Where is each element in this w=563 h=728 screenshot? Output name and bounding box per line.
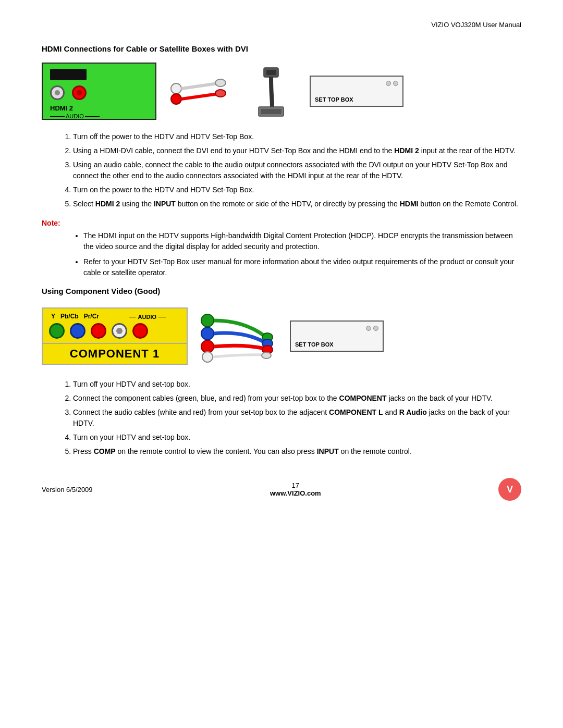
comp-jack-red2 (132, 323, 148, 339)
footer-version: Version 6/5/2009 (42, 486, 93, 493)
component-top: Y Pb/Cb Pr/Cr AUDIO (43, 309, 187, 343)
comp-label-pr: Pr/Cr (84, 313, 99, 320)
component-diagram: Y Pb/Cb Pr/Cr AUDIO C (42, 305, 521, 367)
hdmi-step-3: Using an audio cable, connect the cable … (73, 159, 521, 181)
comp-jack-white (112, 323, 127, 339)
comp-step-3: Connect the audio cables (white and red)… (73, 407, 521, 429)
svg-point-2 (215, 79, 226, 87)
note-list: The HDMI input on the HDTV supports High… (83, 230, 521, 278)
hdmi-slot (50, 69, 87, 80)
svg-point-17 (262, 352, 271, 359)
set-top-box-1: SET TOP BOX (310, 76, 403, 107)
footer-website: www.VIZIO.com (270, 489, 321, 497)
comp-jacks (49, 323, 180, 339)
component-instructions: Turn off your HDTV and set-top box. Conn… (42, 379, 521, 457)
svg-point-5 (215, 90, 226, 97)
svg-point-12 (201, 327, 214, 340)
stb-label-2: SET TOP BOX (295, 341, 378, 348)
svg-line-1 (181, 83, 218, 89)
svg-point-14 (201, 340, 214, 353)
hdmi-step-2: Using a HDMI-DVI cable, connect the DVI … (73, 145, 521, 156)
hdmi-instructions: Turn off the power to the HDTV and HDTV … (42, 131, 521, 209)
comp-label-pb: Pb/Cb (60, 313, 79, 320)
stb-buttons (386, 81, 398, 86)
page-number: 17 (270, 482, 321, 489)
hdmi-step-5: Select HDMI 2 using the INPUT button on … (73, 199, 521, 209)
dvi-cable (243, 65, 300, 117)
component-steps: Turn off your HDTV and set-top box. Conn… (73, 379, 521, 457)
stb-buttons-2 (366, 326, 378, 331)
section1-title: HDMI Connections for Cable or Satellite … (42, 44, 521, 53)
stb-btn-2 (393, 81, 398, 86)
hdmi-label: HDMI 2 (50, 104, 148, 112)
jack-red (72, 85, 87, 100)
rca-cables (166, 65, 234, 117)
note-item-2: Refer to your HDTV Set-Top Box user manu… (83, 256, 521, 278)
hdmi-step-4: Turn on the power to the HDTV and HDTV S… (73, 184, 521, 195)
component-cables (197, 305, 280, 367)
hdmi-diagram: HDMI 2 AUDIO (42, 63, 521, 120)
svg-rect-7 (266, 70, 276, 75)
comp-labels: Y Pb/Cb Pr/Cr AUDIO (49, 313, 180, 320)
comp-step-2: Connect the component cables (green, blu… (73, 393, 521, 404)
vizio-logo: V (498, 478, 521, 501)
note-item-1: The HDMI input on the HDTV supports High… (83, 230, 521, 252)
jack-white (50, 85, 65, 100)
component-label: COMPONENT 1 (43, 343, 187, 364)
set-top-box-2: SET TOP BOX (290, 320, 384, 352)
hdmi-jacks (50, 85, 148, 100)
stb-btn-3 (366, 326, 371, 331)
page-header: VIZIO VOJ320M User Manual (42, 21, 521, 29)
comp-jack-blue (70, 323, 85, 339)
audio-label: AUDIO (50, 113, 148, 119)
section2-title: Using Component Video (Good) (42, 287, 521, 295)
stb-label-1: SET TOP BOX (315, 96, 398, 103)
svg-point-10 (201, 314, 214, 327)
note-label: Note: (42, 219, 521, 227)
stb-btn-4 (373, 326, 378, 331)
footer-center: 17 www.VIZIO.com (270, 482, 321, 497)
comp-step-4: Turn on your HDTV and set-top box. (73, 432, 521, 443)
page-footer: Version 6/5/2009 17 www.VIZIO.com V (42, 478, 521, 501)
svg-point-3 (171, 94, 181, 104)
manual-title: VIZIO VOJ320M User Manual (431, 21, 521, 29)
hdmi-steps: Turn off the power to the HDTV and HDTV … (73, 131, 521, 209)
svg-line-4 (181, 94, 218, 99)
comp-jack-red (91, 323, 106, 339)
hdmi-step-1: Turn off the power to the HDTV and HDTV … (73, 131, 521, 142)
comp-step-1: Turn off your HDTV and set-top box. (73, 379, 521, 390)
svg-point-0 (171, 83, 181, 94)
comp-jack-green (49, 323, 65, 339)
svg-rect-9 (261, 109, 282, 114)
svg-point-16 (202, 352, 213, 362)
hdmi-panel: HDMI 2 AUDIO (42, 63, 156, 120)
component-panel: Y Pb/Cb Pr/Cr AUDIO C (42, 307, 188, 365)
stb-btn-1 (386, 81, 391, 86)
comp-audio-label: AUDIO (129, 314, 166, 320)
comp-step-5: Press COMP on the remote control to view… (73, 446, 521, 457)
comp-label-y: Y (51, 313, 55, 320)
